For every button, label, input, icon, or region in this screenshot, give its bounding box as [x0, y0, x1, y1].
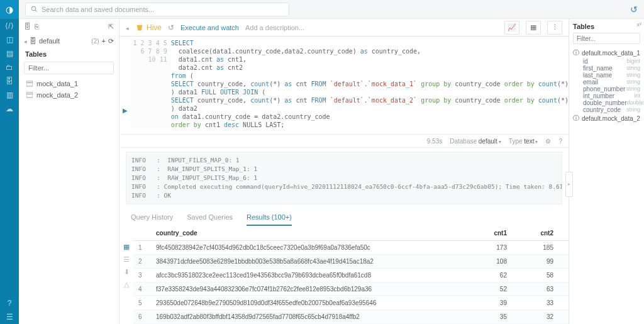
svg-line-1: [35, 10, 37, 12]
left-assist: 🗄 ⎘ ⇱ 🗄 default (2) + ⟳ Tables mock_data…: [19, 19, 119, 324]
table-row[interactable]: 4f37e3358243de943a440832306e7fc074f1b276…: [133, 282, 569, 296]
editor-icon[interactable]: ⟨/⟩: [0, 19, 19, 33]
result-tabs: Query History Saved Queries Results (100…: [119, 208, 569, 226]
table-row[interactable]: 3afcc3bc93518023ce2eec113ced19e43563bcc9…: [133, 269, 569, 282]
tables-icon[interactable]: ▥: [0, 88, 19, 102]
right-assist: x² Tables ⓘdefault.mock_data_1 idbigintf…: [569, 19, 644, 324]
hive-icon: [135, 23, 144, 32]
right-table-1[interactable]: ⓘdefault.mock_data_1: [573, 48, 640, 58]
right-filter[interactable]: [573, 33, 640, 44]
column-item[interactable]: first_namestring: [573, 65, 640, 72]
column-item[interactable]: country_codestring: [573, 106, 640, 113]
left-rail: ◑ ⟨/⟩ ◫ ▤ 🗀 🗄 ▥ ☁ ? ☰: [0, 0, 19, 324]
search-input[interactable]: Search data and saved documents...: [25, 3, 289, 16]
import-icon[interactable]: ☁: [0, 102, 19, 116]
column-item[interactable]: idbigint: [573, 58, 640, 65]
external-icon[interactable]: ⇱: [108, 23, 114, 31]
functions-badge[interactable]: x²: [637, 21, 642, 28]
user-icon[interactable]: ☰: [0, 310, 19, 324]
info-icon: ⓘ: [573, 114, 579, 123]
type-selector[interactable]: text: [524, 138, 534, 145]
status-row: 9.53s Database default▾ Type text▾ ⚙ ?: [119, 134, 569, 148]
tab-history[interactable]: Query History: [131, 213, 173, 226]
db-selector[interactable]: default: [479, 138, 497, 145]
col-header[interactable]: country_code: [151, 226, 475, 241]
warn-icon[interactable]: △: [122, 280, 131, 289]
col-header[interactable]: cnt1: [475, 226, 522, 241]
db-stack-icon: 🗄: [30, 37, 36, 45]
svg-rect-2: [26, 81, 33, 86]
db-icon: 🗄: [24, 23, 31, 30]
hive-title: Hive: [135, 23, 162, 32]
files-icon[interactable]: 🗀: [0, 60, 19, 74]
tab-saved[interactable]: Saved Queries: [187, 213, 233, 226]
svg-point-0: [31, 6, 35, 10]
search-icon: [31, 6, 38, 13]
add-description[interactable]: Add a description...: [245, 24, 304, 31]
copy-icon[interactable]: ⎘: [35, 23, 39, 30]
nav-icon[interactable]: 🗄: [0, 74, 19, 88]
topbar: Search data and saved documents... ↺: [19, 0, 644, 19]
search-placeholder: Search data and saved documents...: [42, 6, 154, 13]
history-icon[interactable]: ↺: [168, 23, 174, 32]
jobs-icon[interactable]: ▤: [0, 47, 19, 60]
column-item[interactable]: last_namestring: [573, 72, 640, 79]
execute-button[interactable]: Execute and watch: [180, 24, 239, 31]
results-table[interactable]: country_codecnt1cnt219fc4508238942e7cf40…: [133, 226, 569, 324]
add-icon[interactable]: +: [102, 37, 106, 45]
info-icon: ⓘ: [573, 48, 579, 57]
column-item[interactable]: double_numberdouble: [573, 99, 640, 106]
table-item[interactable]: mock_data_2: [19, 89, 119, 101]
col-header[interactable]: [133, 226, 151, 241]
result-rail: ▦ ☰ ⬇ △: [119, 226, 133, 324]
db-name[interactable]: default: [39, 37, 60, 45]
tables-filter[interactable]: [24, 62, 114, 74]
column-item[interactable]: int_numberint: [573, 92, 640, 99]
svg-rect-4: [26, 92, 33, 98]
col-header[interactable]: cnt2: [522, 226, 569, 241]
chart-icon[interactable]: 📈: [504, 21, 519, 35]
dashboard-icon[interactable]: ◫: [0, 33, 19, 47]
run-icon[interactable]: ▶: [123, 107, 128, 114]
table-row[interactable]: 19fc4508238942e7cf40354d962db0c18c5ceec7…: [133, 241, 569, 255]
sql-editor[interactable]: 1 2 3 4 5 6 7 8 9 10 11 SELECT coalesce(…: [131, 36, 569, 134]
table-row[interactable]: 6169b032adf2ab80f3bffdbf14358d9d72565fad…: [133, 310, 569, 324]
log-output: INFO : INPUT_FILES_MAP_0: 1 INFO : RAW_I…: [126, 152, 562, 204]
grid-icon[interactable]: ▦: [526, 21, 541, 35]
tab-results[interactable]: Results (100+): [247, 213, 292, 226]
grid-view-icon[interactable]: ▦: [122, 242, 131, 251]
right-table-2[interactable]: ⓘdefault.mock_data_2: [573, 113, 640, 123]
right-title: Tables: [573, 23, 640, 30]
collapse-right-icon[interactable]: ▸: [565, 172, 573, 197]
column-item[interactable]: emailstring: [573, 79, 640, 86]
column-item[interactable]: phone_numberstring: [573, 86, 640, 92]
table-row[interactable]: 23843971dcfdee5083e6289e1bbdbb003e538b5a…: [133, 255, 569, 269]
settings-icon[interactable]: ⚙: [545, 138, 551, 145]
help2-icon[interactable]: ?: [558, 138, 562, 145]
back-icon[interactable]: [24, 37, 27, 45]
table-row[interactable]: 5293650de072648b9e2790509d8109d0df34f655…: [133, 296, 569, 310]
collapse-left-icon[interactable]: [126, 23, 129, 32]
hue-logo-icon[interactable]: ◑: [0, 0, 19, 19]
help-icon[interactable]: ?: [0, 296, 19, 310]
editor-bar: Hive ↺ Execute and watch Add a descripti…: [119, 19, 569, 36]
more-icon[interactable]: ⋮: [547, 21, 562, 35]
refresh-icon[interactable]: ⟳: [108, 37, 114, 45]
elapsed: 9.53s: [427, 138, 442, 145]
restore-icon[interactable]: ↺: [630, 4, 638, 14]
columns-icon[interactable]: ☰: [122, 255, 131, 264]
tables-heading: Tables: [19, 48, 119, 59]
table-count: (2): [91, 38, 99, 45]
download-icon[interactable]: ⬇: [122, 267, 131, 276]
table-item[interactable]: mock_data_1: [19, 78, 119, 89]
